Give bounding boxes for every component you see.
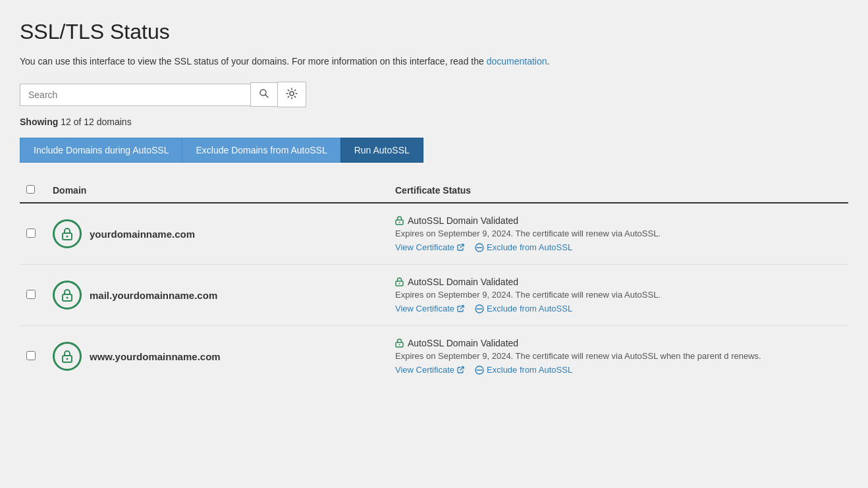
select-all-checkbox[interactable] [26, 185, 35, 194]
exclude-domains-button[interactable]: Exclude Domains from AutoSSL [182, 138, 340, 163]
exclude-icon [475, 304, 484, 313]
search-bar [20, 82, 848, 107]
ssl-lock-icon [53, 219, 82, 248]
row-checkbox-2[interactable] [26, 351, 36, 360]
row-checkbox-0[interactable] [26, 229, 36, 238]
status-label: AutoSSL Domain Validated [408, 277, 518, 287]
svg-line-1 [265, 95, 268, 97]
domain-name: www.yourdomainname.com [90, 351, 221, 362]
domain-column-header: Domain [53, 185, 395, 196]
expires-text: Expires on September 9, 2024. The certif… [395, 290, 848, 300]
external-link-icon [457, 244, 464, 251]
status-label: AutoSSL Domain Validated [408, 338, 518, 348]
documentation-link[interactable]: documentation [487, 56, 547, 67]
status-lock-icon [395, 277, 404, 286]
search-icon [259, 88, 269, 99]
view-certificate-link[interactable]: View Certificate [395, 304, 464, 313]
domain-name: mail.yourdomainname.com [90, 290, 217, 301]
domain-name: yourdomainname.com [90, 229, 195, 240]
ssl-lock-icon [53, 281, 82, 310]
status-column-header: Certificate Status [395, 185, 848, 196]
exclude-from-autossl-link[interactable]: Exclude from AutoSSL [475, 365, 572, 375]
expires-text: Expires on September 9, 2024. The certif… [395, 351, 848, 361]
page-title: SSL/TLS Status [20, 20, 848, 44]
view-certificate-link[interactable]: View Certificate [395, 242, 464, 252]
search-button[interactable] [250, 82, 277, 107]
view-certificate-link[interactable]: View Certificate [395, 365, 464, 375]
search-input[interactable] [20, 84, 250, 106]
svg-point-18 [399, 344, 400, 346]
svg-point-4 [67, 236, 68, 238]
gear-icon [286, 88, 298, 99]
svg-point-2 [290, 92, 294, 95]
status-lock-icon [395, 339, 404, 348]
include-domains-button[interactable]: Include Domains during AutoSSL [20, 138, 182, 163]
svg-point-10 [67, 297, 68, 299]
table-row: www.yourdomainname.com AutoSSL Domain Va… [20, 326, 848, 387]
table-row: yourdomainname.com AutoSSL Domain Valida… [20, 203, 848, 265]
table-row: mail.yourdomainname.com AutoSSL Domain V… [20, 265, 848, 326]
svg-point-12 [399, 283, 400, 285]
status-label: AutoSSL Domain Validated [408, 215, 518, 226]
showing-count: Showing 12 of 12 domains [20, 117, 848, 127]
settings-button[interactable] [277, 82, 306, 107]
exclude-from-autossl-link[interactable]: Exclude from AutoSSL [475, 304, 572, 313]
exclude-icon [475, 366, 484, 375]
svg-point-16 [67, 358, 68, 360]
domain-list: yourdomainname.com AutoSSL Domain Valida… [20, 203, 848, 387]
external-link-icon [457, 305, 464, 312]
page-description: You can use this interface to view the S… [20, 55, 848, 68]
expires-text: Expires on September 9, 2024. The certif… [395, 229, 848, 238]
svg-point-6 [399, 222, 400, 223]
status-lock-icon [395, 216, 404, 225]
row-checkbox-1[interactable] [26, 290, 36, 299]
exclude-from-autossl-link[interactable]: Exclude from AutoSSL [475, 242, 572, 252]
run-autossl-button[interactable]: Run AutoSSL [340, 138, 423, 163]
table-header: Domain Certificate Status [20, 178, 848, 203]
external-link-icon [457, 366, 464, 373]
ssl-lock-icon [53, 342, 82, 371]
action-buttons: Include Domains during AutoSSL Exclude D… [20, 138, 848, 163]
exclude-icon [475, 243, 484, 252]
